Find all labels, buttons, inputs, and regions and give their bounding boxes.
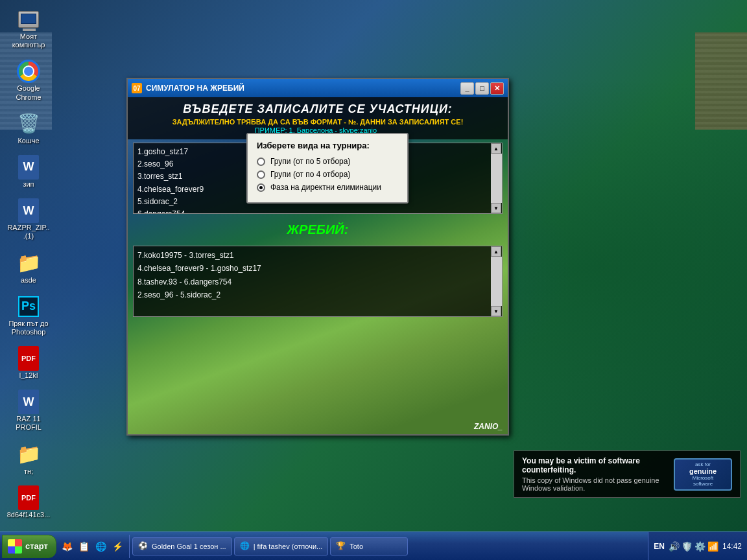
taskbar-icon-golden-goal: ⚽ xyxy=(138,541,148,552)
radio-groups5[interactable]: Групи (от по 5 отбора) xyxy=(257,157,398,166)
icon-tn[interactable]: 📁 тн; xyxy=(5,441,52,477)
desktop: Моят компютър Google Chrome 🗑️ Кошче зип xyxy=(0,0,747,531)
participant-6: 6.dangers754 xyxy=(137,208,498,214)
icon-raz11-label: RAZ 11 PROFIL xyxy=(6,415,51,432)
dialog-title-icon: 07 xyxy=(132,83,142,93)
icon-asde-label: asde xyxy=(21,276,36,285)
tray-icon-security: 🛡️ xyxy=(682,541,693,552)
radio-btn-groups4[interactable] xyxy=(257,170,265,179)
word-doc-icon-3 xyxy=(18,390,39,414)
ask-for-text: ask for xyxy=(695,461,711,467)
ql-icon-3[interactable]: 🌐 xyxy=(94,539,108,554)
system-tray: EN 🔊 🛡️ ⚙️ 📶 14:42 xyxy=(648,532,747,560)
radio-knockout[interactable]: Фаза на директни елиминации xyxy=(257,183,398,192)
taskbar-label-golden-goal: Golden Goal 1 сезон ... xyxy=(152,542,226,550)
icon-zip[interactable]: зип xyxy=(5,154,52,190)
radio-groups4[interactable]: Групи (от по 4 отбора) xyxy=(257,170,398,179)
icon-recycle-bin-label: Кошче xyxy=(18,137,39,145)
folder-tn-icon: 📁 xyxy=(17,443,41,465)
icon-razpr[interactable]: RAZPR_ZIP...(1) xyxy=(5,198,52,242)
icon-my-computer[interactable]: Моят компютър xyxy=(5,6,52,51)
header-subtitle: ЗАДЪЛЖИТЕЛНО ТРЯБВА ДА СА ВЪВ ФОРМАТ - №… xyxy=(134,118,501,126)
start-label: старт xyxy=(25,541,48,551)
desktop-icons: Моят компютър Google Chrome 🗑️ Кошче зип xyxy=(5,6,52,520)
tray-icon-2: 📶 xyxy=(707,541,718,552)
icon-pdf-l12kl[interactable]: PDF l_12kl xyxy=(5,345,52,381)
header-title: ВЪВЕДЕТЕ ЗАПИСАЛИТЕ СЕ УЧАСТНИЦИ: xyxy=(134,102,501,116)
icon-asde[interactable]: 📁 asde xyxy=(5,250,52,286)
dialog-controls: _ □ ✕ xyxy=(460,82,504,95)
radio-btn-groups5[interactable] xyxy=(257,158,265,166)
dialog-title-text: СИМУЛАТОР НА ЖРЕБИЙ xyxy=(146,84,460,93)
photoshop-icon: Ps xyxy=(18,296,39,317)
results-list-inner: 7.koko19975 - 3.torres_stz1 4.chelsea_fo… xyxy=(137,249,498,302)
genuine-badge: ask for genuine Microsoft software xyxy=(674,458,732,491)
draw-label-section: ЖРЕБИЙ: xyxy=(128,217,508,242)
radio-label-knockout: Фаза на директни елиминации xyxy=(270,183,381,192)
validation-title: You may be a victim of software counterf… xyxy=(522,456,667,474)
chrome-icon xyxy=(17,60,40,83)
participants-scrollbar[interactable]: ▲ ▼ xyxy=(491,143,502,213)
radio-btn-knockout[interactable] xyxy=(257,183,265,192)
icon-raz11[interactable]: RAZ 11 PROFIL xyxy=(5,389,52,433)
draw-label: ЖРЕБИЙ: xyxy=(287,222,349,237)
result-4: 2.seso_96 - 5.sidorac_2 xyxy=(137,288,498,301)
icon-razpr-label: RAZPR_ZIP...(1) xyxy=(6,224,51,240)
icon-google-chrome-label: Google Chrome xyxy=(6,84,51,101)
taskbar-item-golden-goal[interactable]: ⚽ Golden Goal 1 сезон ... xyxy=(132,537,232,555)
ql-icon-2[interactable]: 📋 xyxy=(77,539,91,554)
simulator-window: 07 СИМУЛАТОР НА ЖРЕБИЙ _ □ ✕ ВЪВЕДЕТЕ ЗА… xyxy=(126,78,509,436)
scrollbar-track xyxy=(491,154,502,203)
icon-tn-label: тн; xyxy=(24,467,33,476)
taskbar-item-fifa[interactable]: 🌐 | fifa tashev (отпочи... xyxy=(234,537,329,555)
computer-icon xyxy=(18,11,39,28)
validation-text: You may be a victim of software counterf… xyxy=(522,456,667,492)
tray-icon-network: 🔊 xyxy=(669,541,680,552)
tray-lang: EN xyxy=(654,542,665,551)
results-list[interactable]: 7.koko19975 - 3.torres_stz1 4.chelsea_fo… xyxy=(133,246,503,317)
icon-my-computer-label: Моят компютър xyxy=(6,32,51,49)
taskbar-label-fifa: | fifa tashev (отпочи... xyxy=(254,542,323,550)
icon-photoshop-label: Пряк път до Photoshop xyxy=(6,320,51,336)
taskbar: старт 🦊 📋 🌐 ⚡ ⚽ Golden Goal 1 сезон ... … xyxy=(0,531,747,560)
dialog-titlebar[interactable]: 07 СИМУЛАТОР НА ЖРЕБИЙ _ □ ✕ xyxy=(128,79,508,97)
scrollbar-down-button[interactable]: ▼ xyxy=(491,203,501,213)
results-section: 7.koko19975 - 3.torres_stz1 4.chelsea_fo… xyxy=(133,246,503,317)
radio-label-groups4: Групи (от по 4 отбора) xyxy=(270,170,350,179)
stadium-seats-right xyxy=(695,32,747,130)
pdf-icon-2: PDF xyxy=(18,485,39,510)
recycle-bin-icon: 🗑️ xyxy=(18,113,40,134)
maximize-button[interactable]: □ xyxy=(475,82,489,95)
taskbar-items: ⚽ Golden Goal 1 сезон ... 🌐 | fifa tashe… xyxy=(130,535,648,558)
close-button[interactable]: ✕ xyxy=(490,82,504,95)
scrollbar-up-button[interactable]: ▲ xyxy=(491,143,501,154)
icon-8d64-label: 8d64f141c3... xyxy=(7,511,51,519)
icon-photoshop[interactable]: Ps Пряк път до Photoshop xyxy=(5,294,52,338)
result-2: 4.chelsea_forever9 - 1.gosho_stz17 xyxy=(137,262,498,275)
ql-icon-4[interactable]: ⚡ xyxy=(111,539,125,554)
icon-recycle-bin[interactable]: 🗑️ Кошче xyxy=(5,111,52,146)
results-scrollbar[interactable]: ▲ ▼ xyxy=(491,246,502,316)
results-scrollbar-down[interactable]: ▼ xyxy=(491,306,501,316)
result-1: 7.koko19975 - 3.torres_stz1 xyxy=(137,249,498,262)
start-button[interactable]: старт xyxy=(2,535,56,558)
minimize-button[interactable]: _ xyxy=(460,82,474,95)
software-text: software xyxy=(693,481,713,487)
tray-icon-1: ⚙️ xyxy=(694,541,706,552)
tournament-type-popup: Изберете вида на турнира: Групи (от по 5… xyxy=(246,133,409,204)
taskbar-item-toto[interactable]: 🏆 Toto xyxy=(330,537,408,555)
ql-browser-icon[interactable]: 🦊 xyxy=(60,539,75,554)
taskbar-label-toto: Toto xyxy=(350,542,363,550)
icon-pdf-l12kl-label: l_12kl xyxy=(19,371,38,380)
popup-title: Изберете вида на турнира: xyxy=(257,141,398,150)
tray-clock: 14:42 xyxy=(722,542,742,551)
validation-body: This copy of Windows did not pass genuin… xyxy=(522,476,667,492)
microsoft-text: Microsoft xyxy=(693,475,713,481)
result-3: 8.tashev.93 - 6.dangers754 xyxy=(137,275,498,288)
results-scrollbar-up[interactable]: ▲ xyxy=(491,246,501,257)
results-scrollbar-track xyxy=(491,257,502,306)
word-doc-icon-2 xyxy=(18,198,39,223)
icon-8d64[interactable]: PDF 8d64f141c3... xyxy=(5,485,52,520)
icon-google-chrome[interactable]: Google Chrome xyxy=(5,58,52,102)
validation-notice: You may be a victim of software counterf… xyxy=(514,450,741,498)
